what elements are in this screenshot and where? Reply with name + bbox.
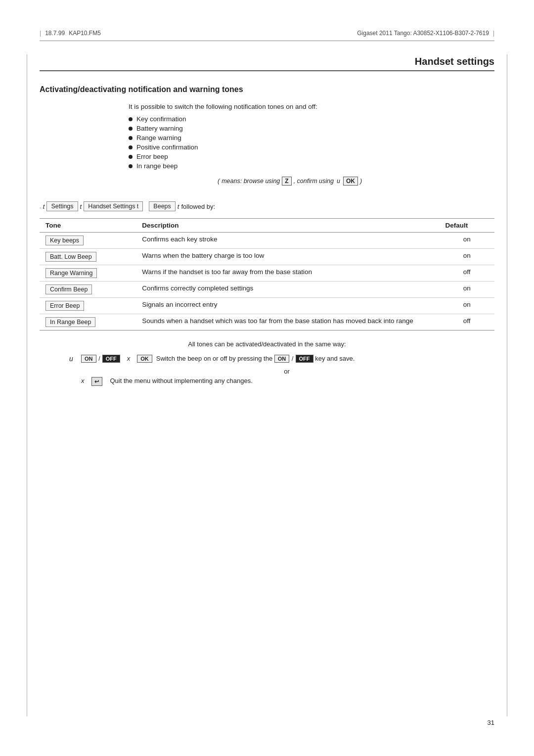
key-off-inline: OFF <box>296 355 313 363</box>
list-item: Key confirmation <box>129 115 494 123</box>
table-row: Confirm Beep Confirms correctly complete… <box>40 282 494 298</box>
table-row: Range Warning Warns if the handset is to… <box>40 265 494 282</box>
table-row: In Range Beep Sounds when a handset whic… <box>40 314 494 331</box>
confirm-key: OK <box>343 177 358 186</box>
on-off-keys: ON / OFF <box>81 355 120 363</box>
tone-cell: Range Warning <box>40 265 136 282</box>
list-item: Positive confirmation <box>129 143 494 151</box>
desc-cell: Signals an incorrect entry <box>136 298 439 314</box>
list-item: In range beep <box>129 162 494 170</box>
bottom-block: All tones can be activated/deactivated i… <box>40 340 494 386</box>
tone-cell: Confirm Beep <box>40 282 136 298</box>
bullet-icon <box>129 164 133 168</box>
bullet-text: Error beep <box>136 153 168 160</box>
nav-arrow4: t <box>178 203 179 210</box>
desc-cell: Confirms each key stroke <box>136 233 439 249</box>
settings-table: Tone Description Default Key beeps Confi… <box>40 218 494 331</box>
bullet-text: Positive confirmation <box>136 143 198 151</box>
default-cell: off <box>439 265 494 282</box>
table-row: Batt. Low Beep Warns when the battery ch… <box>40 249 494 265</box>
key-on: ON <box>81 355 96 363</box>
desc-cell: Warns if the handset is too far away fro… <box>136 265 439 282</box>
col-description: Description <box>136 219 439 233</box>
page-container: 18.7.99 KAP10.FM5 Gigaset 2011 Tango: A3… <box>0 0 534 756</box>
tone-cell: Key beeps <box>40 233 136 249</box>
bullet-icon <box>129 145 133 149</box>
desc-cell: Confirms correctly completed settings <box>136 282 439 298</box>
symbol-x: x <box>127 355 131 362</box>
bullet-text: Range warning <box>136 134 181 142</box>
page-title: Handset settings <box>40 56 494 71</box>
nav-dot: . <box>40 204 41 209</box>
default-cell: off <box>439 314 494 331</box>
bullet-icon <box>129 127 133 131</box>
intro-text: It is possible to switch the following n… <box>129 103 336 110</box>
or-text: or <box>79 368 494 375</box>
bullet-icon <box>129 136 133 140</box>
list-item: Battery warning <box>129 125 494 132</box>
symbol-u: u <box>69 355 77 363</box>
quit-icon: ↩ <box>91 377 102 386</box>
list-item: Range warning <box>129 134 494 142</box>
nav-step-t1: t <box>43 203 45 210</box>
list-item: Error beep <box>129 153 494 160</box>
nav-hint-symbol-u: u <box>337 178 340 185</box>
tone-badge: Batt. Low Beep <box>45 252 96 262</box>
nav-followed: followed by: <box>181 203 215 210</box>
tone-badge: Key beeps <box>45 236 84 245</box>
bullet-icon <box>129 117 133 121</box>
tone-cell: In Range Beep <box>40 314 136 331</box>
bullet-list: Key confirmation Battery warning Range w… <box>129 115 494 172</box>
tone-cell: Batt. Low Beep <box>40 249 136 265</box>
table-row: Error Beep Signals an incorrect entry on <box>40 298 494 314</box>
header-bar: 18.7.99 KAP10.FM5 Gigaset 2011 Tango: A3… <box>40 30 494 41</box>
all-tones-text: All tones can be activated/deactivated i… <box>40 340 494 348</box>
nav-arrow2: t <box>80 203 82 210</box>
header-date: 18.7.99 <box>45 30 65 37</box>
desc-cell: Warns when the battery charge is too low <box>136 249 439 265</box>
bullet-text: Key confirmation <box>136 115 186 123</box>
instruction-row-2: x ↩ Quit the menu without implementing a… <box>69 377 494 386</box>
key-off: OFF <box>102 355 120 363</box>
nav-path: . t Settings t Handset Settings t Beeps … <box>40 201 494 211</box>
nav-hint-suffix: ) <box>360 178 362 185</box>
quit-text: Quit the menu without implementing any c… <box>110 377 495 384</box>
nav-beeps: Beeps <box>149 201 175 211</box>
nav-hint-prefix: ( <box>218 178 220 185</box>
tone-cell: Error Beep <box>40 298 136 314</box>
quit-symbol-x: x <box>81 377 85 384</box>
header-right: Gigaset 2011 Tango: A30852-X1106-B307-2-… <box>357 30 494 37</box>
tone-badge: Range Warning <box>45 268 97 278</box>
tone-badge: In Range Beep <box>45 317 95 327</box>
nav-hint-browse: means: browse using <box>222 178 280 185</box>
instruction-row-1: u ON / OFF x OK Switch the beep on or of… <box>69 355 494 363</box>
bullet-text: Battery warning <box>136 125 183 132</box>
instruction-text-1: Switch the beep on or off by pressing th… <box>156 355 494 363</box>
tone-badge: Confirm Beep <box>45 284 92 294</box>
nav-settings: Settings <box>46 201 78 211</box>
table-row: Key beeps Confirms each key stroke on <box>40 233 494 249</box>
section-heading: Activating/deactivating notification and… <box>40 85 494 94</box>
desc-cell: Sounds when a handset which was too far … <box>136 314 439 331</box>
tone-badge: Error Beep <box>45 301 84 311</box>
default-cell: on <box>439 249 494 265</box>
default-cell: on <box>439 233 494 249</box>
header-left: 18.7.99 KAP10.FM5 <box>40 30 101 37</box>
key-ok: OK <box>137 355 152 363</box>
intro-block: It is possible to switch the following n… <box>129 103 494 193</box>
page-number: 31 <box>488 719 494 726</box>
left-border <box>27 54 27 716</box>
default-cell: on <box>439 298 494 314</box>
header-product: Gigaset 2011 Tango: A30852-X1106-B307-2-… <box>357 30 489 37</box>
default-cell: on <box>439 282 494 298</box>
browse-key: Z <box>282 177 291 186</box>
slash-inline: / <box>292 355 295 362</box>
nav-handset-settings: Handset Settings t <box>84 201 143 211</box>
header-center: KAP10.FM5 <box>69 30 101 37</box>
key-on-inline: ON <box>274 355 290 363</box>
nav-hint: ( means: browse using Z , confirm using … <box>218 177 494 186</box>
right-border <box>507 54 507 716</box>
slash-icon: / <box>98 355 102 362</box>
col-default: Default <box>439 219 494 233</box>
col-tone: Tone <box>40 219 136 233</box>
